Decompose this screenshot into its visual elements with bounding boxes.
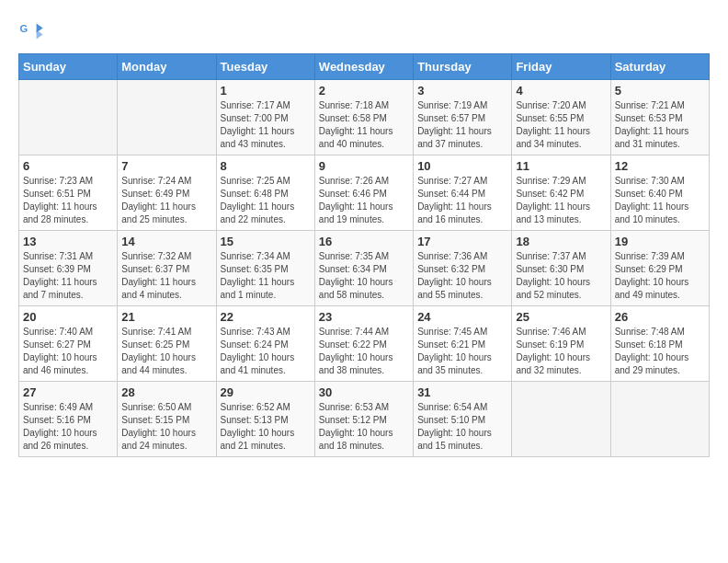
cell-0-1 [118, 80, 216, 155]
cell-4-4: 31Sunrise: 6:54 AM Sunset: 5:10 PM Dayli… [414, 382, 512, 457]
day-number-5: 5 [615, 84, 705, 98]
calendar-table: Sunday Monday Tuesday Wednesday Thursday… [18, 53, 710, 457]
day-number-24: 24 [417, 310, 507, 324]
day-info-9: Sunrise: 7:26 AM Sunset: 6:46 PM Dayligh… [319, 175, 409, 226]
cell-2-6: 19Sunrise: 7:39 AM Sunset: 6:29 PM Dayli… [610, 231, 709, 306]
day-number-31: 31 [417, 385, 507, 399]
col-wednesday: Wednesday [314, 54, 413, 80]
col-friday: Friday [512, 54, 610, 80]
day-info-28: Sunrise: 6:50 AM Sunset: 5:15 PM Dayligh… [121, 401, 211, 453]
cell-1-1: 7Sunrise: 7:24 AM Sunset: 6:49 PM Daylig… [118, 155, 216, 231]
cell-4-6 [610, 382, 709, 457]
cell-3-6: 26Sunrise: 7:48 AM Sunset: 6:18 PM Dayli… [610, 306, 709, 382]
day-number-16: 16 [319, 235, 409, 248]
cell-0-4: 3Sunrise: 7:19 AM Sunset: 6:57 PM Daylig… [414, 80, 512, 155]
cell-4-2: 29Sunrise: 6:52 AM Sunset: 5:13 PM Dayli… [216, 382, 314, 457]
cell-4-0: 27Sunrise: 6:49 AM Sunset: 5:16 PM Dayli… [19, 382, 118, 457]
day-info-19: Sunrise: 7:39 AM Sunset: 6:29 PM Dayligh… [615, 250, 705, 302]
cell-2-4: 17Sunrise: 7:36 AM Sunset: 6:32 PM Dayli… [414, 231, 512, 306]
day-info-18: Sunrise: 7:37 AM Sunset: 6:30 PM Dayligh… [516, 250, 606, 302]
cell-3-1: 21Sunrise: 7:41 AM Sunset: 6:25 PM Dayli… [118, 306, 216, 382]
day-number-8: 8 [221, 159, 311, 173]
week-row-4: 27Sunrise: 6:49 AM Sunset: 5:16 PM Dayli… [19, 382, 710, 457]
day-number-9: 9 [319, 159, 409, 173]
cell-1-3: 9Sunrise: 7:26 AM Sunset: 6:46 PM Daylig… [314, 155, 413, 231]
day-number-26: 26 [615, 310, 705, 324]
day-info-13: Sunrise: 7:31 AM Sunset: 6:39 PM Dayligh… [23, 250, 113, 302]
week-row-3: 20Sunrise: 7:40 AM Sunset: 6:27 PM Dayli… [19, 306, 710, 382]
day-number-10: 10 [417, 159, 507, 173]
day-number-17: 17 [417, 235, 507, 248]
cell-2-1: 14Sunrise: 7:32 AM Sunset: 6:37 PM Dayli… [118, 231, 216, 306]
week-row-0: 1Sunrise: 7:17 AM Sunset: 7:00 PM Daylig… [19, 80, 710, 155]
cell-2-5: 18Sunrise: 7:37 AM Sunset: 6:30 PM Dayli… [512, 231, 610, 306]
cell-2-0: 13Sunrise: 7:31 AM Sunset: 6:39 PM Dayli… [19, 231, 118, 306]
day-info-17: Sunrise: 7:36 AM Sunset: 6:32 PM Dayligh… [417, 250, 507, 302]
cell-2-3: 16Sunrise: 7:35 AM Sunset: 6:34 PM Dayli… [314, 231, 413, 306]
day-info-23: Sunrise: 7:44 AM Sunset: 6:22 PM Dayligh… [319, 326, 409, 377]
cell-3-4: 24Sunrise: 7:45 AM Sunset: 6:21 PM Dayli… [414, 306, 512, 382]
cell-0-5: 4Sunrise: 7:20 AM Sunset: 6:55 PM Daylig… [512, 80, 610, 155]
day-info-27: Sunrise: 6:49 AM Sunset: 5:16 PM Dayligh… [23, 401, 113, 453]
day-info-11: Sunrise: 7:29 AM Sunset: 6:42 PM Dayligh… [516, 175, 606, 226]
cell-3-3: 23Sunrise: 7:44 AM Sunset: 6:22 PM Dayli… [314, 306, 413, 382]
logo: G [18, 18, 48, 44]
col-saturday: Saturday [610, 54, 709, 80]
svg-text:G: G [19, 23, 28, 34]
logo-icon: G [18, 18, 44, 44]
calendar-header-row: Sunday Monday Tuesday Wednesday Thursday… [19, 54, 710, 80]
day-info-14: Sunrise: 7:32 AM Sunset: 6:37 PM Dayligh… [121, 250, 211, 302]
week-row-2: 13Sunrise: 7:31 AM Sunset: 6:39 PM Dayli… [19, 231, 710, 306]
day-number-6: 6 [23, 159, 113, 173]
day-number-4: 4 [516, 84, 606, 98]
cell-1-4: 10Sunrise: 7:27 AM Sunset: 6:44 PM Dayli… [414, 155, 512, 231]
day-number-20: 20 [23, 310, 113, 324]
cell-4-5 [512, 382, 610, 457]
day-number-19: 19 [615, 235, 705, 248]
day-number-15: 15 [221, 235, 311, 248]
col-monday: Monday [118, 54, 216, 80]
col-sunday: Sunday [19, 54, 118, 80]
day-info-24: Sunrise: 7:45 AM Sunset: 6:21 PM Dayligh… [417, 326, 507, 377]
day-number-14: 14 [121, 235, 211, 248]
day-number-7: 7 [121, 159, 211, 173]
cell-3-2: 22Sunrise: 7:43 AM Sunset: 6:24 PM Dayli… [216, 306, 314, 382]
day-info-1: Sunrise: 7:17 AM Sunset: 7:00 PM Dayligh… [221, 99, 311, 151]
day-info-20: Sunrise: 7:40 AM Sunset: 6:27 PM Dayligh… [23, 326, 113, 377]
cell-0-0 [19, 80, 118, 155]
cell-0-2: 1Sunrise: 7:17 AM Sunset: 7:00 PM Daylig… [216, 80, 314, 155]
day-number-30: 30 [319, 385, 409, 399]
day-info-29: Sunrise: 6:52 AM Sunset: 5:13 PM Dayligh… [221, 401, 311, 453]
day-number-13: 13 [23, 235, 113, 248]
col-thursday: Thursday [414, 54, 512, 80]
day-info-25: Sunrise: 7:46 AM Sunset: 6:19 PM Dayligh… [516, 326, 606, 377]
cell-4-1: 28Sunrise: 6:50 AM Sunset: 5:15 PM Dayli… [118, 382, 216, 457]
day-info-8: Sunrise: 7:25 AM Sunset: 6:48 PM Dayligh… [221, 175, 311, 226]
day-info-12: Sunrise: 7:30 AM Sunset: 6:40 PM Dayligh… [615, 175, 705, 226]
day-info-31: Sunrise: 6:54 AM Sunset: 5:10 PM Dayligh… [417, 401, 507, 453]
calendar-body: 1Sunrise: 7:17 AM Sunset: 7:00 PM Daylig… [19, 80, 710, 457]
cell-1-5: 11Sunrise: 7:29 AM Sunset: 6:42 PM Dayli… [512, 155, 610, 231]
cell-0-3: 2Sunrise: 7:18 AM Sunset: 6:58 PM Daylig… [314, 80, 413, 155]
day-number-23: 23 [319, 310, 409, 324]
day-number-11: 11 [516, 159, 606, 173]
cell-1-2: 8Sunrise: 7:25 AM Sunset: 6:48 PM Daylig… [216, 155, 314, 231]
cell-4-3: 30Sunrise: 6:53 AM Sunset: 5:12 PM Dayli… [314, 382, 413, 457]
day-info-7: Sunrise: 7:24 AM Sunset: 6:49 PM Dayligh… [121, 175, 211, 226]
day-info-26: Sunrise: 7:48 AM Sunset: 6:18 PM Dayligh… [615, 326, 705, 377]
day-number-21: 21 [121, 310, 211, 324]
cell-1-0: 6Sunrise: 7:23 AM Sunset: 6:51 PM Daylig… [19, 155, 118, 231]
col-tuesday: Tuesday [216, 54, 314, 80]
day-number-28: 28 [121, 385, 211, 399]
day-info-15: Sunrise: 7:34 AM Sunset: 6:35 PM Dayligh… [221, 250, 311, 302]
cell-2-2: 15Sunrise: 7:34 AM Sunset: 6:35 PM Dayli… [216, 231, 314, 306]
day-number-1: 1 [221, 84, 311, 98]
day-info-10: Sunrise: 7:27 AM Sunset: 6:44 PM Dayligh… [417, 175, 507, 226]
day-info-2: Sunrise: 7:18 AM Sunset: 6:58 PM Dayligh… [319, 99, 409, 151]
day-info-6: Sunrise: 7:23 AM Sunset: 6:51 PM Dayligh… [23, 175, 113, 226]
day-info-3: Sunrise: 7:19 AM Sunset: 6:57 PM Dayligh… [417, 99, 507, 151]
day-number-12: 12 [615, 159, 705, 173]
cell-1-6: 12Sunrise: 7:30 AM Sunset: 6:40 PM Dayli… [610, 155, 709, 231]
day-number-25: 25 [516, 310, 606, 324]
page-header: G [18, 18, 710, 44]
